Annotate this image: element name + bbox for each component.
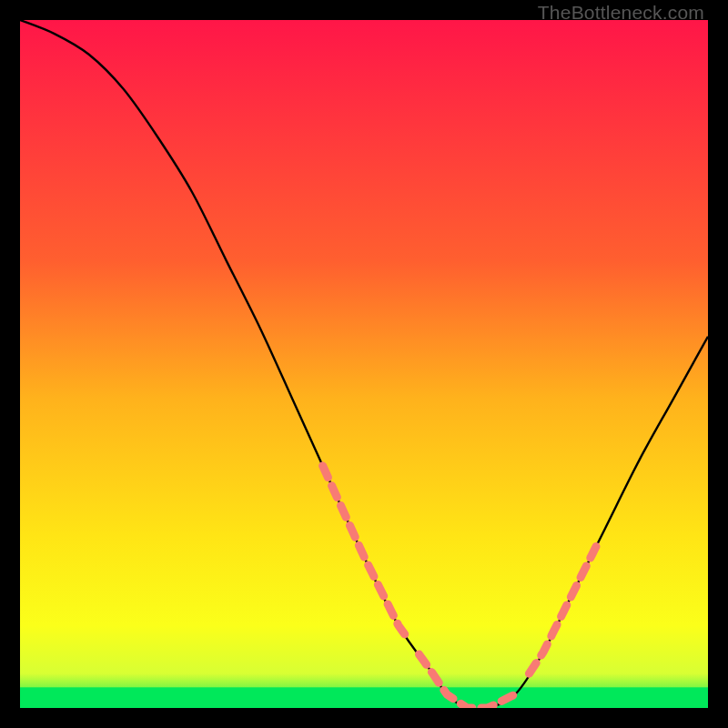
bottleneck-curve-chart [20, 20, 708, 708]
chart-background-gradient [20, 20, 708, 708]
optimal-zone-band [20, 687, 708, 708]
chart-area [20, 20, 708, 708]
